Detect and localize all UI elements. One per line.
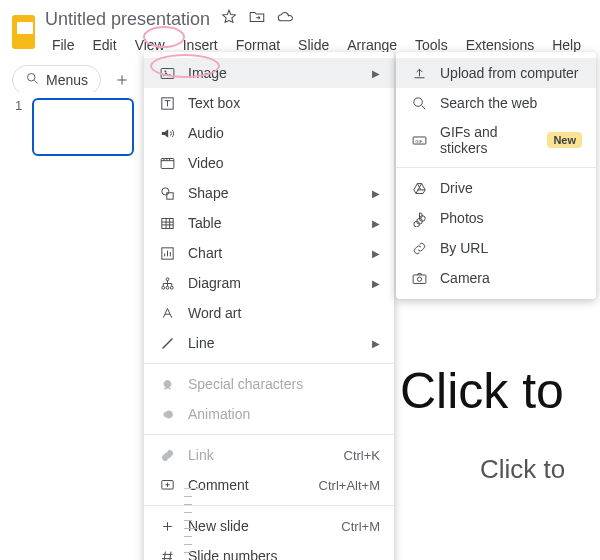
menu-label: New slide	[188, 518, 329, 534]
image-by-url[interactable]: By URL	[396, 233, 596, 263]
svg-rect-7	[161, 218, 172, 228]
image-submenu: Upload from computer Search the web GIF …	[396, 52, 596, 299]
hash-icon	[158, 548, 176, 561]
insert-new-slide[interactable]: New slide Ctrl+M	[144, 511, 394, 541]
menu-label: Image	[188, 65, 360, 81]
submenu-arrow-icon: ▶	[372, 218, 380, 229]
slide-number: 1	[15, 98, 22, 113]
menu-label: Upload from computer	[440, 65, 582, 81]
word-art-icon	[158, 305, 176, 322]
submenu-arrow-icon: ▶	[372, 68, 380, 79]
insert-comment[interactable]: Comment Ctrl+Alt+M	[144, 470, 394, 500]
menu-label: Photos	[440, 210, 582, 226]
cloud-status-icon[interactable]	[276, 8, 294, 31]
menu-label: Word art	[188, 305, 380, 321]
shortcut: Ctrl+Alt+M	[319, 478, 380, 493]
insert-diagram[interactable]: Diagram ▶	[144, 268, 394, 298]
photos-icon	[410, 210, 428, 227]
submenu-arrow-icon: ▶	[372, 338, 380, 349]
image-drive[interactable]: Drive	[396, 173, 596, 203]
insert-text-box[interactable]: Text box	[144, 88, 394, 118]
submenu-arrow-icon: ▶	[372, 278, 380, 289]
menubar-edit[interactable]: Edit	[86, 35, 124, 55]
image-upload-from-computer[interactable]: Upload from computer	[396, 58, 596, 88]
image-icon	[158, 65, 176, 82]
svg-rect-4	[161, 158, 174, 168]
insert-shape[interactable]: Shape ▶	[144, 178, 394, 208]
submenu-arrow-icon: ▶	[372, 248, 380, 259]
insert-menu: Image ▶ Text box Audio Video Shape ▶ Tab…	[144, 52, 394, 560]
menu-label: Video	[188, 155, 380, 171]
menu-label: Animation	[188, 406, 380, 422]
main-slide[interactable]: Click to Click to	[400, 362, 600, 485]
menu-label: Shape	[188, 185, 360, 201]
menu-separator	[144, 434, 394, 435]
svg-text:GIF: GIF	[415, 138, 422, 143]
svg-point-5	[161, 187, 168, 194]
svg-point-16	[413, 97, 422, 106]
slide-subtitle-placeholder[interactable]: Click to	[400, 454, 600, 485]
menu-label: Audio	[188, 125, 380, 141]
menu-label: Camera	[440, 270, 582, 286]
animation-icon	[158, 406, 176, 423]
upload-icon	[410, 65, 428, 82]
menubar-file[interactable]: File	[45, 35, 82, 55]
video-icon	[158, 155, 176, 172]
svg-rect-19	[413, 274, 426, 283]
slides-logo[interactable]	[12, 15, 35, 49]
move-to-folder-icon[interactable]	[248, 8, 266, 31]
menu-label: Chart	[188, 245, 360, 261]
insert-audio[interactable]: Audio	[144, 118, 394, 148]
new-badge: New	[547, 132, 582, 148]
text-box-icon	[158, 95, 176, 112]
link-icon	[158, 447, 176, 464]
image-photos[interactable]: Photos	[396, 203, 596, 233]
menus-search-button[interactable]: Menus	[12, 65, 101, 95]
menu-label: Comment	[188, 477, 307, 493]
menus-label: Menus	[46, 72, 88, 88]
menu-separator	[144, 363, 394, 364]
svg-point-11	[166, 286, 169, 289]
omega-icon	[158, 376, 176, 393]
chart-icon	[158, 245, 176, 262]
insert-special-characters: Special characters	[144, 369, 394, 399]
insert-video[interactable]: Video	[144, 148, 394, 178]
submenu-arrow-icon: ▶	[372, 188, 380, 199]
menu-separator	[144, 505, 394, 506]
insert-chart[interactable]: Chart ▶	[144, 238, 394, 268]
svg-point-20	[417, 277, 421, 281]
menu-label: Line	[188, 335, 360, 351]
menu-label: Link	[188, 447, 332, 463]
insert-table[interactable]: Table ▶	[144, 208, 394, 238]
slide-thumbnail[interactable]	[32, 98, 134, 156]
svg-rect-1	[161, 68, 174, 78]
menu-label: Special characters	[188, 376, 380, 392]
slide-title-placeholder[interactable]: Click to	[400, 362, 600, 420]
search-icon	[25, 71, 40, 89]
insert-word-art[interactable]: Word art	[144, 298, 394, 328]
menu-label: Diagram	[188, 275, 360, 291]
insert-image[interactable]: Image ▶	[144, 58, 394, 88]
doc-title[interactable]: Untitled presentation	[45, 9, 210, 30]
image-search-web[interactable]: Search the web	[396, 88, 596, 118]
shortcut: Ctrl+M	[341, 519, 380, 534]
menu-label: Slide numbers	[188, 548, 380, 560]
menu-label: By URL	[440, 240, 582, 256]
image-gifs-stickers[interactable]: GIF GIFs and stickers New	[396, 118, 596, 162]
insert-line[interactable]: Line ▶	[144, 328, 394, 358]
plus-icon	[158, 518, 176, 535]
svg-point-12	[170, 286, 173, 289]
image-camera[interactable]: Camera	[396, 263, 596, 293]
menu-label: Text box	[188, 95, 380, 111]
menu-label: Drive	[440, 180, 582, 196]
vertical-ruler	[184, 488, 204, 560]
svg-point-2	[164, 70, 166, 72]
line-icon	[158, 335, 176, 352]
new-slide-button[interactable]	[109, 72, 135, 88]
svg-point-9	[166, 277, 169, 280]
menu-label: Search the web	[440, 95, 582, 111]
insert-slide-numbers[interactable]: Slide numbers	[144, 541, 394, 560]
star-icon[interactable]	[220, 8, 238, 31]
svg-point-13	[165, 410, 172, 417]
svg-point-10	[161, 286, 164, 289]
